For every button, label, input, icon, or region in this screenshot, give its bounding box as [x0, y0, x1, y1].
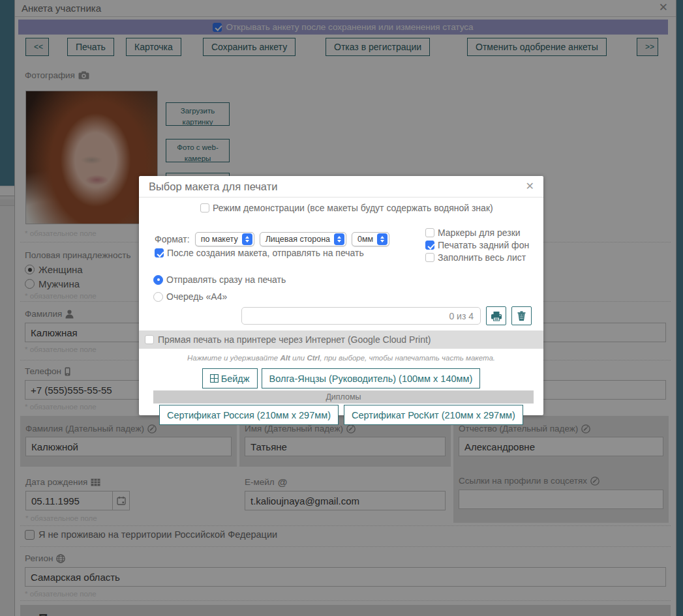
print-after-create-checkbox[interactable] — [155, 248, 164, 257]
grid-icon — [210, 374, 219, 383]
volga-layout-label: Волга-Янцзы (Руководитель) (100мм x 140м… — [269, 374, 473, 384]
modal-title: Выбор макета для печати — [149, 181, 277, 193]
format-select-value: по макету — [201, 235, 238, 244]
demo-mode-checkbox[interactable] — [200, 203, 209, 213]
queue-count: 0 из 4 — [449, 311, 474, 321]
stepper-icon — [377, 233, 387, 245]
diploma-section-header: Дипломы — [153, 390, 534, 403]
send-now-row[interactable]: Отправлять сразу на печать — [153, 274, 286, 285]
trash-icon — [517, 311, 526, 321]
cloud-print-band[interactable]: Прямая печать на принтере через Интернет… — [139, 330, 543, 349]
badge-layout-button[interactable]: Бейдж — [202, 368, 258, 389]
cloud-print-checkbox[interactable] — [145, 335, 154, 344]
stepper-icon — [242, 233, 252, 245]
modal-body: Режим демонстрации (все макеты будут сод… — [139, 198, 543, 415]
queue-radio[interactable] — [153, 292, 163, 302]
hint-part: или — [290, 354, 307, 362]
volga-layout-button[interactable]: Волга-Янцзы (Руководитель) (100мм x 140м… — [262, 368, 481, 389]
demo-mode-row[interactable]: Режим демонстрации (все макеты будут сод… — [200, 203, 493, 213]
hint-text: Нажмите и удерживайте Alt или Ctrl, при … — [139, 354, 543, 362]
demo-mode-label: Режим демонстрации (все макеты будут сод… — [213, 203, 493, 213]
print-layout-modal: Выбор макета для печати ✕ Режим демонстр… — [139, 176, 543, 415]
cloud-print-label: Прямая печать на принтере через Интернет… — [158, 334, 431, 345]
badge-layout-label: Бейдж — [221, 374, 250, 384]
queue-label: Очередь «А4» — [166, 291, 227, 302]
hint-ctrl: Ctrl — [307, 354, 320, 362]
certificate-roskit-button[interactable]: Сертификат РосКит (210мм x 297мм) — [344, 405, 523, 425]
margin-select[interactable]: 0мм — [352, 232, 389, 246]
hint-part: , при выборе, чтобы напечатать часть мак… — [320, 354, 495, 362]
clear-queue-button[interactable] — [511, 306, 532, 325]
hint-alt: Alt — [280, 354, 290, 362]
cut-markers-checkbox[interactable] — [425, 228, 434, 237]
cut-markers-label: Маркеры для резки — [438, 227, 521, 238]
side-select-value: Лицевая сторона — [266, 235, 330, 244]
fill-sheet-checkbox[interactable] — [425, 253, 434, 262]
queue-row[interactable]: Очередь «А4» — [153, 291, 227, 302]
print-queue-button[interactable] — [486, 306, 506, 325]
hint-part: Нажмите и удерживайте — [187, 354, 280, 362]
modal-header: Выбор макета для печати ✕ — [139, 176, 543, 198]
diploma-header-label: Дипломы — [326, 392, 361, 402]
stepper-icon — [334, 233, 344, 245]
cut-markers-row[interactable]: Маркеры для резки — [425, 227, 521, 238]
layout-buttons-row: Бейдж Волга-Янцзы (Руководитель) (100мм … — [139, 368, 543, 389]
print-background-row[interactable]: Печатать задний фон — [425, 240, 529, 250]
format-label: Формат: — [155, 234, 190, 244]
diploma-buttons-row: Сертификат Россия (210мм x 297мм) Сертиф… — [139, 405, 543, 425]
send-now-label: Отправлять сразу на печать — [166, 274, 286, 285]
print-background-label: Печатать задний фон — [438, 240, 529, 250]
printer-icon — [491, 311, 502, 321]
format-row: Формат: по макету Лицевая сторона 0мм — [155, 232, 389, 246]
modal-close-icon[interactable]: ✕ — [526, 180, 534, 192]
print-after-create-row[interactable]: После создания макета, отправлять на печ… — [155, 248, 364, 258]
format-select[interactable]: по макету — [195, 232, 254, 246]
certificate-russia-button[interactable]: Сертификат Россия (210мм x 297мм) — [159, 405, 339, 425]
fill-sheet-label: Заполнить весь лист — [438, 252, 526, 263]
margin-select-value: 0мм — [357, 235, 373, 244]
side-select[interactable]: Лицевая сторона — [260, 232, 346, 246]
certificate-russia-label: Сертификат Россия (210мм x 297мм) — [167, 410, 331, 420]
fill-sheet-row[interactable]: Заполнить весь лист — [425, 252, 526, 263]
queue-input[interactable]: 0 из 4 — [241, 307, 481, 325]
print-background-checkbox[interactable] — [425, 241, 434, 250]
print-after-create-label: После создания макета, отправлять на печ… — [167, 248, 364, 258]
send-now-radio[interactable] — [153, 275, 163, 285]
certificate-roskit-label: Сертификат РосКит (210мм x 297мм) — [352, 410, 515, 420]
